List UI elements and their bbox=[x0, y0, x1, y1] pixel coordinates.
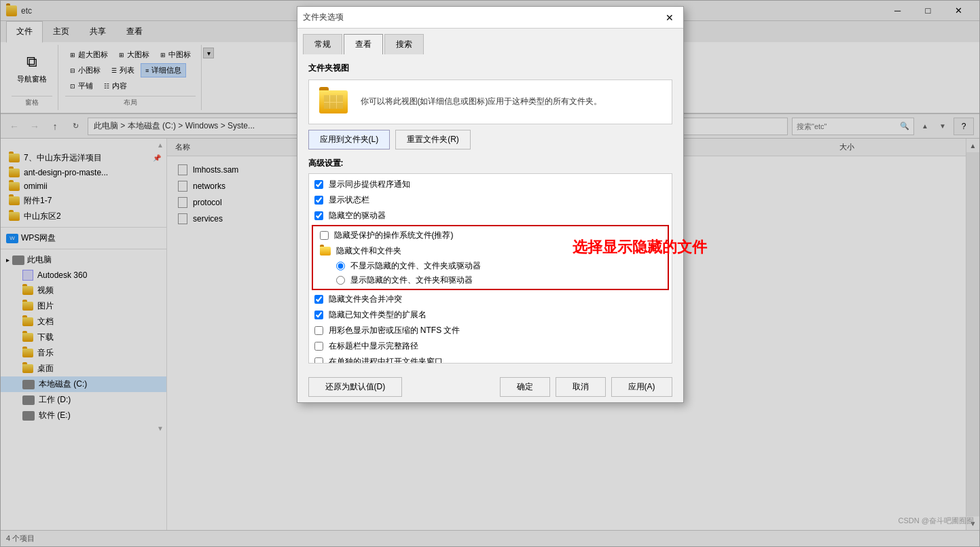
full-path-label: 在标题栏中显示完整路径 bbox=[329, 340, 418, 352]
apply-button[interactable]: 应用(A) bbox=[611, 377, 672, 397]
separate-process-label: 在单独的进程中打开文件夹窗口 bbox=[329, 356, 443, 364]
folder-view-desc: 你可以将此视图(如详细信息或图标)应用于这种类型的所有文件夹。 bbox=[361, 95, 602, 108]
radio-dont-show-hidden: 不显示隐藏的文件、文件夹或驱动器 bbox=[314, 259, 666, 273]
hide-ext-label: 隐藏已知文件类型的扩展名 bbox=[329, 309, 427, 321]
folder-view-title: 文件夹视图 bbox=[308, 63, 672, 74]
folder-options-dialog: 文件夹选项 ✕ 常规 查看 搜索 文件夹视图 bbox=[297, 6, 684, 403]
sync-notify-checkbox[interactable] bbox=[314, 180, 323, 189]
dialog-overlay: 文件夹选项 ✕ 常规 查看 搜索 文件夹视图 bbox=[1, 1, 979, 546]
setting-status-bar: 显示状态栏 bbox=[309, 192, 672, 208]
hide-protected-checkbox[interactable] bbox=[320, 231, 329, 240]
folder-view-folder-icon bbox=[317, 88, 350, 116]
dont-show-hidden-radio[interactable] bbox=[336, 262, 345, 270]
hidden-files-section: 隐藏受保护的操作系统文件(推荐) 隐藏文件和文件夹 不显示隐藏的文件、文件夹或驱… bbox=[312, 225, 669, 290]
sync-notify-label: 显示同步提供程序通知 bbox=[329, 179, 410, 190]
advanced-label: 高级设置: bbox=[308, 158, 672, 169]
show-hidden-radio[interactable] bbox=[336, 276, 345, 285]
folder-group-icon bbox=[320, 247, 331, 255]
dialog-title: 文件夹选项 bbox=[303, 12, 661, 23]
setting-hide-protected: 隐藏受保护的操作系统文件(推荐) bbox=[314, 228, 666, 243]
dialog-footer: 还原为默认值(D) 确定 取消 应用(A) bbox=[297, 372, 683, 402]
setting-hide-ext: 隐藏已知文件类型的扩展名 bbox=[309, 307, 672, 323]
hide-merge-label: 隐藏文件夹合并冲突 bbox=[329, 294, 402, 305]
advanced-section: 高级设置: 显示同步提供程序通知 显示状态栏 bbox=[308, 158, 672, 364]
hide-merge-checkbox[interactable] bbox=[314, 295, 323, 304]
settings-list[interactable]: 显示同步提供程序通知 显示状态栏 隐藏空的驱动器 bbox=[308, 173, 672, 364]
hide-ext-checkbox[interactable] bbox=[314, 311, 323, 319]
show-hidden-label: 显示隐藏的文件、文件夹和驱动器 bbox=[350, 275, 473, 286]
dialog-tab-general[interactable]: 常规 bbox=[303, 34, 342, 54]
color-encrypted-label: 用彩色显示加密或压缩的 NTFS 文件 bbox=[329, 325, 460, 336]
folder-view-section: 文件夹视图 bbox=[308, 63, 672, 149]
setting-hide-empty-drives: 隐藏空的驱动器 bbox=[309, 208, 672, 224]
hidden-files-group-label: 隐藏文件和文件夹 bbox=[336, 245, 401, 257]
hide-empty-drives-label: 隐藏空的驱动器 bbox=[329, 210, 386, 222]
folder-view-box: 你可以将此视图(如详细信息或图标)应用于这种类型的所有文件夹。 bbox=[308, 80, 672, 124]
separate-process-checkbox[interactable] bbox=[314, 357, 323, 364]
setting-separate-process: 在单独的进程中打开文件夹窗口 bbox=[309, 354, 672, 364]
full-path-checkbox[interactable] bbox=[314, 342, 323, 351]
setting-hide-folder-merge: 隐藏文件夹合并冲突 bbox=[309, 292, 672, 307]
setting-full-path-title: 在标题栏中显示完整路径 bbox=[309, 338, 672, 354]
apply-to-folder-button[interactable]: 应用到文件夹(L) bbox=[308, 130, 391, 149]
folder-view-buttons: 应用到文件夹(L) 重置文件夹(R) bbox=[308, 130, 672, 149]
hide-empty-drives-checkbox[interactable] bbox=[314, 211, 323, 220]
dialog-tabs: 常规 查看 搜索 bbox=[297, 29, 683, 54]
dialog-title-bar: 文件夹选项 ✕ bbox=[297, 7, 683, 29]
setting-sync-notify: 显示同步提供程序通知 bbox=[309, 177, 672, 192]
dialog-body: 文件夹视图 bbox=[297, 54, 683, 372]
dialog-tab-view[interactable]: 查看 bbox=[344, 34, 383, 54]
cancel-button[interactable]: 取消 bbox=[556, 377, 606, 397]
dialog-close-button[interactable]: ✕ bbox=[661, 10, 678, 26]
status-bar-checkbox[interactable] bbox=[314, 196, 323, 205]
color-encrypted-checkbox[interactable] bbox=[314, 326, 323, 335]
setting-color-encrypted: 用彩色显示加密或压缩的 NTFS 文件 bbox=[309, 323, 672, 338]
hide-protected-label: 隐藏受保护的操作系统文件(推荐) bbox=[334, 230, 454, 241]
setting-hidden-files-group: 隐藏文件和文件夹 bbox=[314, 243, 666, 259]
reset-folder-button[interactable]: 重置文件夹(R) bbox=[395, 130, 471, 149]
restore-defaults-button[interactable]: 还原为默认值(D) bbox=[308, 377, 403, 397]
radio-show-hidden: 显示隐藏的文件、文件夹和驱动器 bbox=[314, 273, 666, 287]
dont-show-hidden-label: 不显示隐藏的文件、文件夹或驱动器 bbox=[350, 260, 481, 272]
dialog-tab-search[interactable]: 搜索 bbox=[384, 34, 424, 54]
ok-button[interactable]: 确定 bbox=[500, 377, 550, 397]
status-bar-label: 显示状态栏 bbox=[329, 194, 369, 206]
